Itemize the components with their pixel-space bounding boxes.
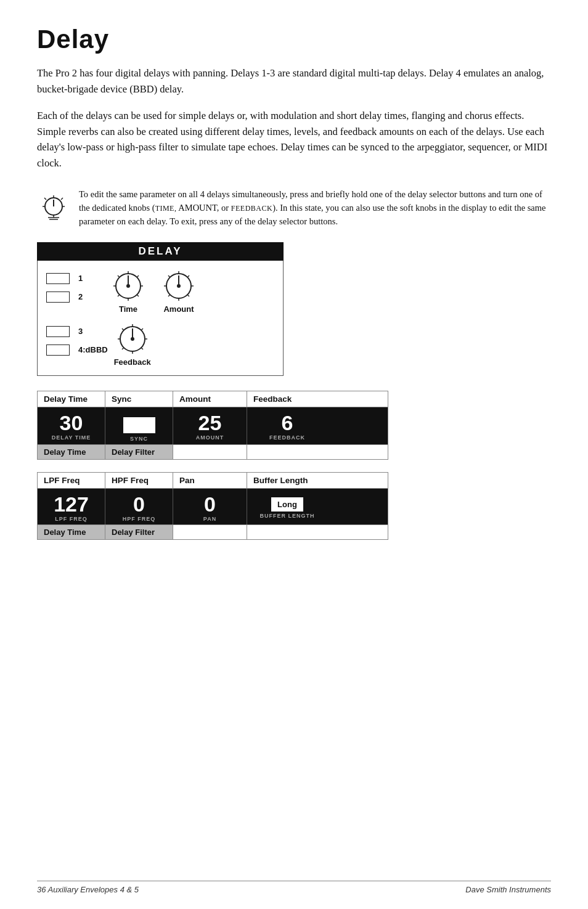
param-table-2-tabs: Delay Time Delay Filter [38, 525, 388, 539]
val-buffer-length: Long BUFFER LENGTH [247, 489, 327, 524]
svg-line-8 [44, 198, 46, 200]
delay-panel: DELAY 1 2 [37, 242, 284, 376]
header-delay-time: Delay Time [38, 391, 105, 407]
svg-point-31 [177, 284, 181, 288]
delay-btn-4[interactable] [46, 344, 70, 356]
val-feedback: 6 FEEDBACK [247, 407, 327, 444]
delay-panel-header: DELAY [37, 242, 284, 261]
buffer-length-box: Long [271, 497, 303, 512]
delay-row-4: 4:dBBD [46, 344, 108, 356]
feedback-knob[interactable] [116, 322, 149, 356]
svg-line-37 [122, 328, 124, 330]
val-amount: 25 AMOUNT [173, 407, 247, 444]
svg-line-18 [137, 295, 139, 296]
delay-btn-1[interactable] [46, 273, 70, 284]
svg-point-42 [131, 337, 134, 341]
page-title: Delay [37, 25, 551, 54]
param-table-1-tabs: Delay Time Delay Filter [38, 445, 388, 459]
delay-panel-body: 1 2 [37, 261, 284, 376]
svg-line-15 [118, 275, 120, 277]
page-footer: 36 Auxiliary Envelopes 4 & 5 Dave Smith … [37, 881, 551, 894]
tab-delay-filter-1[interactable]: Delay Filter [105, 445, 173, 459]
tip-box: To edit the same parameter on all 4 dela… [37, 188, 551, 228]
param-table-1-header: Delay Time Sync Amount Feedback [38, 391, 388, 407]
header-amount: Amount [173, 391, 247, 407]
delay-row-2: 2 [46, 291, 105, 303]
tab-empty-4 [247, 525, 327, 539]
delay-btn-label-3: 3 [78, 327, 105, 336]
param-table-1-values: 30 DELAY TIME SYNC 25 AMOUNT 6 FEEDBACK [38, 407, 388, 445]
svg-line-39 [122, 348, 124, 349]
header-feedback: Feedback [247, 391, 327, 407]
delay-btn-3[interactable] [46, 326, 70, 337]
delay-btn-2[interactable] [46, 291, 70, 303]
svg-line-27 [187, 275, 189, 277]
tab-empty-3 [173, 525, 247, 539]
svg-line-17 [118, 295, 120, 296]
delay-btn-label-2: 2 [78, 292, 105, 301]
svg-line-28 [168, 295, 170, 296]
header-buffer-length: Buffer Length [247, 473, 327, 488]
svg-line-9 [61, 198, 63, 200]
param-table-2: LPF Freq HPF Freq Pan Buffer Length 127 … [37, 472, 388, 540]
svg-line-40 [141, 348, 143, 349]
tip-icon [37, 189, 70, 222]
param-table-2-values: 127 LPF FREQ 0 HPF FREQ 0 PAN Long BUFFE… [38, 489, 388, 525]
footer-right: Dave Smith Instruments [465, 885, 551, 894]
header-sync: Sync [105, 391, 173, 407]
intro-para1: The Pro 2 has four digital delays with p… [37, 65, 551, 97]
svg-point-20 [126, 284, 130, 288]
svg-line-26 [168, 275, 170, 277]
header-lpf-freq: LPF Freq [38, 473, 105, 488]
delay-btn-label-1: 1 [78, 274, 105, 283]
tab-delay-time-2[interactable]: Delay Time [38, 525, 105, 539]
tab-empty-2 [247, 445, 327, 459]
svg-line-29 [187, 295, 189, 296]
amount-knob[interactable] [162, 269, 195, 303]
time-knob-label: Time [119, 304, 137, 314]
delay-row-3: 3 [46, 326, 108, 337]
amount-knob-label: Amount [163, 304, 194, 314]
param-table-1: Delay Time Sync Amount Feedback 30 DELAY… [37, 391, 388, 460]
time-knob[interactable] [112, 269, 145, 303]
tip-text: To edit the same parameter on all 4 dela… [79, 188, 551, 228]
val-lpf-freq: 127 LPF FREQ [38, 489, 105, 524]
delay-btn-label-4: 4:dBBD [78, 345, 108, 354]
param-table-2-header: LPF Freq HPF Freq Pan Buffer Length [38, 473, 388, 489]
intro-para2: Each of the delays can be used for simpl… [37, 108, 551, 171]
val-delay-time: 30 DELAY TIME [38, 407, 105, 444]
sync-box [123, 417, 155, 433]
val-hpf-freq: 0 HPF FREQ [105, 489, 173, 524]
val-pan: 0 PAN [173, 489, 247, 524]
tab-delay-filter-2[interactable]: Delay Filter [105, 525, 173, 539]
svg-line-38 [141, 328, 143, 330]
tab-delay-time-1[interactable]: Delay Time [38, 445, 105, 459]
svg-line-16 [137, 275, 139, 277]
header-pan: Pan [173, 473, 247, 488]
delay-row-1: 1 [46, 273, 105, 284]
header-hpf-freq: HPF Freq [105, 473, 173, 488]
val-sync: SYNC [105, 407, 173, 444]
tab-empty-1 [173, 445, 247, 459]
feedback-knob-label: Feedback [114, 357, 151, 367]
footer-left: 36 Auxiliary Envelopes 4 & 5 [37, 885, 139, 894]
